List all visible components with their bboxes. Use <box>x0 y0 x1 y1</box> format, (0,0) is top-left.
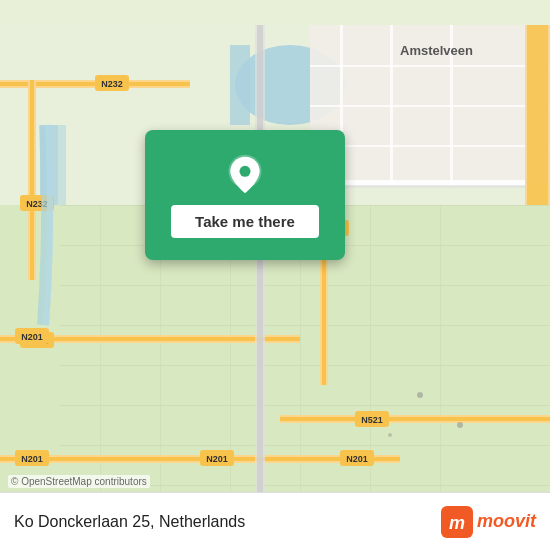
map-copyright: © OpenStreetMap contributors <box>8 475 150 488</box>
moovit-text: moovit <box>477 511 536 532</box>
svg-rect-4 <box>58 125 66 205</box>
bottom-bar: Ko Donckerlaan 25, Netherlands m moovit <box>0 492 550 550</box>
svg-rect-42 <box>257 25 263 525</box>
svg-rect-17 <box>60 285 550 286</box>
moovit-logo: m moovit <box>441 506 536 538</box>
svg-rect-11 <box>310 145 550 147</box>
svg-rect-40 <box>280 417 550 421</box>
take-me-there-button[interactable]: Take me there <box>171 205 319 238</box>
svg-text:N201: N201 <box>206 454 228 464</box>
location-pin-icon <box>223 153 267 197</box>
svg-rect-27 <box>370 205 371 525</box>
svg-rect-9 <box>310 65 550 67</box>
svg-text:N232: N232 <box>101 79 123 89</box>
svg-text:m: m <box>449 513 465 533</box>
svg-text:N521: N521 <box>361 415 383 425</box>
moovit-logo-icon: m <box>441 506 473 538</box>
svg-text:Amstelveen: Amstelveen <box>400 43 473 58</box>
svg-rect-10 <box>310 105 550 107</box>
svg-rect-28 <box>440 205 441 525</box>
svg-text:N201: N201 <box>21 454 43 464</box>
svg-rect-18 <box>60 325 550 326</box>
svg-point-65 <box>457 422 463 428</box>
svg-rect-20 <box>60 405 550 406</box>
svg-point-69 <box>240 165 251 176</box>
svg-rect-32 <box>30 80 34 280</box>
location-card: Take me there <box>145 130 345 260</box>
svg-rect-19 <box>60 365 550 366</box>
svg-rect-2 <box>230 45 250 125</box>
svg-text:N201: N201 <box>346 454 368 464</box>
svg-point-64 <box>417 392 423 398</box>
map-background: N201 N201 N201 N231 N232 N232 N521 N521 … <box>0 0 550 550</box>
svg-rect-21 <box>60 445 550 446</box>
address-label: Ko Donckerlaan 25, Netherlands <box>14 513 245 531</box>
map-container: N201 N201 N201 N231 N232 N232 N521 N521 … <box>0 0 550 550</box>
svg-text:N201: N201 <box>21 332 43 342</box>
svg-point-66 <box>388 433 392 437</box>
